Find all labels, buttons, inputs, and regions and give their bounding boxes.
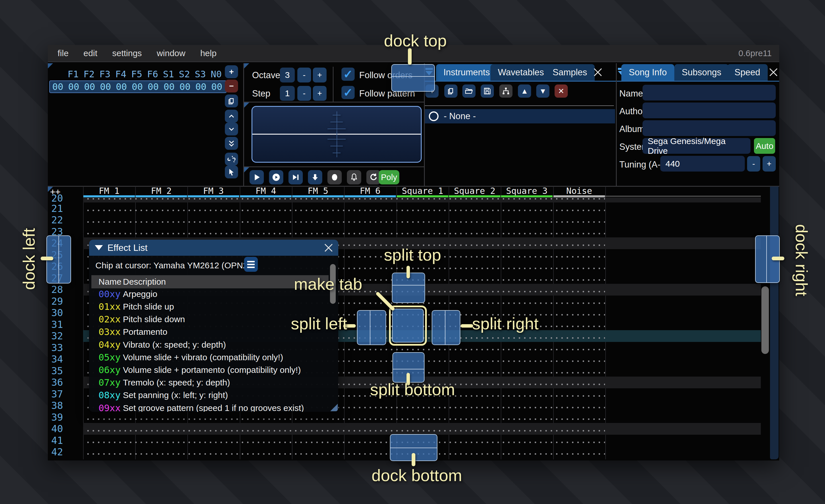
- pattern-row-number[interactable]: 41: [51, 435, 80, 446]
- close-panel-icon[interactable]: [592, 67, 604, 78]
- instrument-duplicate-button[interactable]: [444, 84, 457, 98]
- effect-row[interactable]: 01xx Pitch slide up: [89, 301, 338, 313]
- follow-orders-checkbox[interactable]: ✓: [342, 68, 355, 81]
- effect-description: Vibrato (x: speed; y: depth): [123, 338, 226, 351]
- step-minus-button[interactable]: -: [297, 86, 311, 101]
- make-tab-target[interactable]: [389, 306, 427, 346]
- pattern-row-number[interactable]: 30: [51, 307, 80, 319]
- menu-file[interactable]: file: [58, 49, 68, 58]
- order-move-up-button[interactable]: [225, 110, 238, 122]
- close-window-icon[interactable]: [323, 242, 334, 253]
- effect-row[interactable]: 05xy Volume slide + vibrato (compatibili…: [89, 351, 338, 364]
- instrument-move-up-button[interactable]: ▲: [518, 84, 531, 98]
- tab-speed[interactable]: Speed: [727, 64, 768, 81]
- instrument-move-down-button[interactable]: ▼: [536, 84, 549, 98]
- pattern-row-number[interactable]: 42: [51, 446, 80, 455]
- orders-row-selected[interactable]: 0000 0000 0000 0000 0000 00: [49, 80, 227, 93]
- octave-minus-button[interactable]: -: [297, 68, 311, 82]
- menu-window[interactable]: window: [157, 49, 185, 58]
- split-preview-line: [59, 236, 59, 283]
- column-name[interactable]: Name: [98, 275, 122, 288]
- metronome-button[interactable]: [347, 170, 361, 184]
- pattern-row-number[interactable]: 22: [51, 214, 80, 226]
- pattern-row-number[interactable]: 28: [51, 284, 80, 295]
- pattern-row-number[interactable]: 31: [51, 319, 80, 330]
- oscilloscope[interactable]: [251, 106, 422, 163]
- effect-list-menu-button[interactable]: [244, 257, 258, 272]
- play-button[interactable]: [249, 170, 264, 184]
- panel-corner-decoration: [244, 102, 249, 108]
- tuning-minus-button[interactable]: -: [747, 156, 760, 172]
- author-field[interactable]: [643, 102, 776, 118]
- pattern-row-number[interactable]: 37: [51, 388, 80, 400]
- instrument-save-button[interactable]: [481, 84, 494, 98]
- order-remove-button[interactable]: −: [225, 80, 238, 92]
- order-add-button[interactable]: +: [225, 65, 238, 78]
- panel-divider[interactable]: [616, 63, 617, 186]
- pattern-scrollbar-track[interactable]: [770, 186, 778, 459]
- pattern-row-number[interactable]: 20: [51, 194, 80, 202]
- pattern-row-number[interactable]: 33: [51, 342, 80, 353]
- system-field[interactable]: Sega Genesis/Mega Drive: [643, 138, 751, 154]
- order-move-down-button[interactable]: [225, 122, 238, 136]
- effect-list-titlebar[interactable]: Effect List: [89, 240, 338, 256]
- effect-row[interactable]: 06xy Volume slide + portamento (compatib…: [89, 364, 338, 376]
- menu-edit[interactable]: edit: [83, 49, 97, 58]
- pattern-row-number[interactable]: 21: [51, 203, 80, 214]
- play-pattern-button[interactable]: [269, 170, 283, 184]
- tab-wavetables[interactable]: Wavetables: [491, 64, 551, 81]
- tab-samples[interactable]: Samples: [545, 64, 595, 81]
- auto-system-button[interactable]: Auto: [754, 138, 775, 154]
- split-target-left[interactable]: [357, 310, 386, 345]
- step-plus-button[interactable]: +: [313, 86, 326, 101]
- pattern-row-number[interactable]: 36: [51, 376, 80, 388]
- effect-row[interactable]: 07xy Tremolo (x: speed; y: depth): [89, 376, 338, 389]
- pattern-scrollbar-thumb[interactable]: [761, 286, 769, 354]
- poly-button[interactable]: Poly: [379, 170, 399, 184]
- effect-table-header[interactable]: Name Description: [91, 275, 328, 288]
- order-duplicate-end-button[interactable]: [225, 137, 238, 150]
- split-target-right[interactable]: [432, 310, 460, 345]
- octave-value[interactable]: 3: [280, 68, 295, 82]
- divider: [333, 67, 333, 102]
- instrument-delete-button[interactable]: ✕: [554, 84, 568, 98]
- instrument-open-button[interactable]: [462, 84, 475, 98]
- name-label: Name: [619, 88, 643, 99]
- pattern-row-number[interactable]: 39: [51, 412, 80, 423]
- octave-plus-button[interactable]: +: [313, 68, 326, 82]
- menu-help[interactable]: help: [200, 49, 217, 58]
- follow-pattern-checkbox[interactable]: ✓: [342, 86, 355, 99]
- order-duplicate-button[interactable]: [225, 94, 238, 107]
- close-panel-icon[interactable]: [768, 67, 779, 78]
- tab-subsongs[interactable]: Subsongs: [674, 64, 729, 81]
- menu-settings[interactable]: settings: [112, 49, 142, 58]
- pattern-row-number[interactable]: 32: [51, 330, 80, 342]
- pattern-row-number[interactable]: 29: [51, 296, 80, 307]
- step-value[interactable]: 1: [280, 86, 295, 101]
- instrument-list-item-none[interactable]: - None -: [425, 109, 615, 123]
- instrument-toggle-folders-button[interactable]: [499, 84, 513, 98]
- album-field[interactable]: [643, 120, 776, 136]
- pattern-row-number[interactable]: 38: [51, 400, 80, 411]
- effect-row[interactable]: 08xy Set panning (x: left; y: right): [89, 389, 338, 402]
- pattern-row-number[interactable]: 34: [51, 353, 80, 365]
- orders-col: F5: [129, 69, 145, 80]
- collapse-window-icon[interactable]: [95, 245, 103, 250]
- effect-row[interactable]: 04xy Vibrato (x: speed; y: depth): [89, 338, 338, 351]
- pattern-row-number[interactable]: 40: [51, 423, 80, 434]
- effect-row[interactable]: 09xx Set groove pattern (speed 1 if no g…: [89, 402, 338, 412]
- dock-target-top[interactable]: [391, 64, 435, 92]
- order-deep-clone-button[interactable]: [225, 153, 238, 166]
- order-edit-mode-button[interactable]: [225, 166, 238, 178]
- pattern-row-number[interactable]: 35: [51, 365, 80, 376]
- play-from-cursor-button[interactable]: [289, 170, 303, 184]
- column-description[interactable]: Description: [123, 275, 166, 288]
- tuning-field[interactable]: 440: [660, 156, 745, 172]
- tuning-plus-button[interactable]: +: [762, 156, 776, 172]
- tab-instruments[interactable]: Instruments: [436, 64, 497, 81]
- tab-song-info[interactable]: Song Info: [621, 64, 674, 81]
- resize-grip[interactable]: [330, 404, 338, 411]
- record-button[interactable]: [327, 170, 342, 184]
- name-field[interactable]: [643, 85, 776, 100]
- step-row-button[interactable]: [308, 170, 322, 184]
